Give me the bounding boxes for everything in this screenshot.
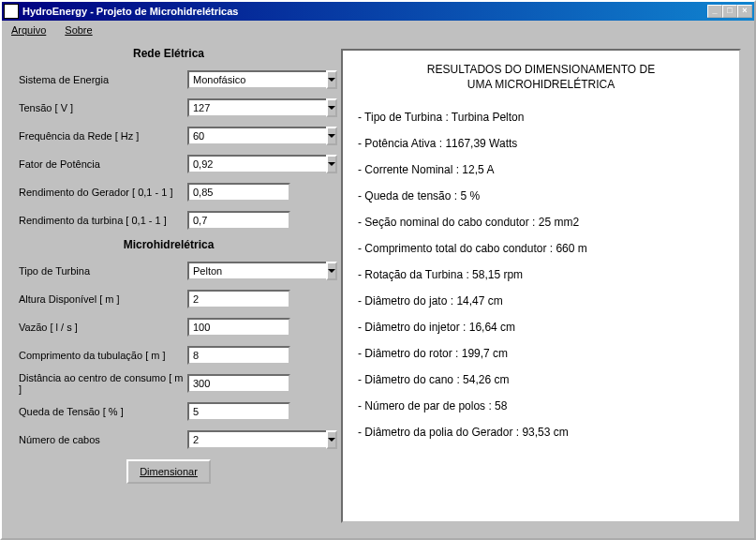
row-fator: Fator de Potência [9,150,328,178]
combo-fator-text[interactable] [187,155,326,173]
combo-freq[interactable] [187,127,290,145]
row-comp-tub: Comprimento da tubulação [ m ] [9,341,328,369]
results-line: - Diâmetro da polia do Gerador : 93,53 c… [358,426,724,439]
menubar: Arquivo Sobre [2,21,754,39]
label-vazao: Vazão [ l / s ] [9,322,187,333]
row-vazao: Vazão [ l / s ] [9,313,328,341]
row-queda: Queda de Tensão [ % ] [9,398,328,426]
dimensionar-button[interactable]: Dimensionar [126,459,211,484]
results-line: - Comprimento total do cabo condutor : 6… [358,242,724,255]
combo-tensao[interactable] [187,98,290,117]
right-panel: RESULTADOS DO DIMENSIONAMENTO DE UMA MIC… [328,43,747,529]
results-line: - Seção nominal do cabo condutor : 25 mm… [358,216,724,229]
results-line: - Rotação da Turbina : 58,15 rpm [358,268,724,281]
app-icon [4,4,19,19]
results-line: - Diâmetro do injetor : 16,64 cm [358,321,724,334]
results-line: - Tipo de Turbina : Turbina Pelton [358,111,724,124]
minimize-button[interactable]: _ [707,5,722,18]
close-button[interactable]: × [737,5,752,18]
menu-sobre[interactable]: Sobre [59,22,97,38]
label-sistema: Sistema de Energia [9,74,187,85]
label-tensao: Tensão [ V ] [9,102,187,113]
window-title: HydroEnergy - Projeto de Microhidrelétri… [22,6,707,17]
results-line: - Queda de tensão : 5 % [358,189,724,202]
combo-sistema-text[interactable] [187,70,326,89]
titlebar: HydroEnergy - Projeto de Microhidrelétri… [2,2,754,21]
window-controls: _ □ × [707,5,752,18]
combo-tipo-text[interactable] [187,262,326,280]
label-freq: Frequência da Rede [ Hz ] [9,130,187,142]
maximize-button[interactable]: □ [722,5,737,18]
app-window: HydroEnergy - Projeto de Microhidrelétri… [0,0,756,540]
row-num-cabos: Número de cabos [9,426,328,454]
combo-fator[interactable] [187,155,290,173]
results-line: - Diâmetro do cano : 54,26 cm [358,373,724,386]
results-title-line1: RESULTADOS DO DIMENSIONAMENTO DE [427,63,655,76]
section-header-rede: Rede Elétrica [9,47,328,60]
combo-sistema[interactable] [187,70,290,89]
input-dist[interactable] [187,374,290,393]
results-line: - Número de par de polos : 58 [358,399,724,412]
label-altura: Altura Disponível [ m ] [9,293,187,305]
results-line: - Diâmetro do jato : 14,47 cm [358,294,724,308]
row-dist: Distância ao centro de consumo [ m ] [9,369,328,398]
input-altura[interactable] [187,290,290,308]
label-fator: Fator de Potência [9,158,187,170]
results-title: RESULTADOS DO DIMENSIONAMENTO DE UMA MIC… [358,62,724,92]
row-rend-ger: Rendimento do Gerador [ 0,1 - 1 ] [9,178,328,206]
row-freq: Frequência da Rede [ Hz ] [9,122,328,150]
results-line: - Potência Ativa : 1167,39 Watts [358,137,724,150]
results-line: - Diâmetro do rotor : 199,7 cm [358,347,724,360]
results-box: RESULTADOS DO DIMENSIONAMENTO DE UMA MIC… [341,49,741,523]
input-queda[interactable] [187,402,290,421]
input-rend-turb[interactable] [187,211,290,230]
input-rend-ger[interactable] [187,183,290,202]
left-panel: Rede Elétrica Sistema de Energia Tensão … [9,43,328,529]
input-comp-tub[interactable] [187,346,290,365]
input-vazao[interactable] [187,318,290,337]
row-tensao: Tensão [ V ] [9,94,328,122]
label-rend-ger: Rendimento do Gerador [ 0,1 - 1 ] [9,187,187,198]
label-comp-tub: Comprimento da tubulação [ m ] [9,350,187,361]
combo-num-cabos-text[interactable] [187,430,326,449]
row-sistema: Sistema de Energia [9,66,328,94]
label-rend-turb: Rendimento da turbina [ 0,1 - 1 ] [9,215,187,226]
button-row: Dimensionar [9,459,328,484]
label-tipo: Tipo de Turbina [9,265,187,277]
combo-tensao-text[interactable] [187,98,326,117]
row-rend-turb: Rendimento da turbina [ 0,1 - 1 ] [9,206,328,234]
combo-freq-text[interactable] [187,127,326,145]
results-line: - Corrente Nominal : 12,5 A [358,163,724,176]
label-queda: Queda de Tensão [ % ] [9,406,187,417]
combo-tipo[interactable] [187,262,290,280]
content-area: Rede Elétrica Sistema de Energia Tensão … [2,39,754,538]
label-dist: Distância ao centro de consumo [ m ] [9,372,187,395]
results-title-line2: UMA MICROHIDRELÉTRICA [467,78,615,91]
row-altura: Altura Disponível [ m ] [9,285,328,313]
combo-num-cabos[interactable] [187,430,290,449]
section-header-micro: Microhidrelétrica [9,238,328,251]
label-num-cabos: Número de cabos [9,434,187,445]
row-tipo: Tipo de Turbina [9,257,328,285]
menu-arquivo[interactable]: Arquivo [6,22,52,38]
